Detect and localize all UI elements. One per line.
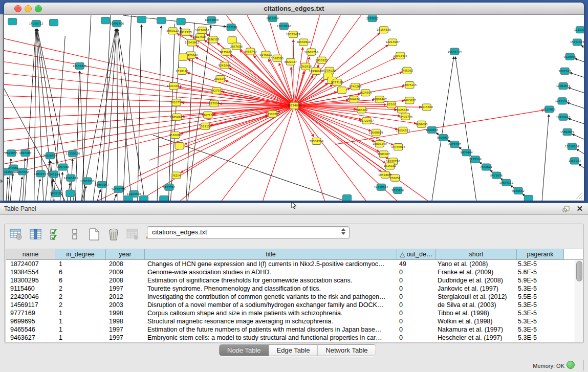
graph-edge[interactable] bbox=[568, 119, 584, 124]
graph-node[interactable] bbox=[177, 18, 185, 25]
graph-node[interactable] bbox=[137, 16, 146, 23]
column-header-year[interactable]: year bbox=[106, 249, 145, 259]
graph-node[interactable] bbox=[343, 194, 352, 201]
graph-edge[interactable] bbox=[37, 179, 40, 201]
graph-edge[interactable] bbox=[542, 115, 549, 201]
delete-button[interactable] bbox=[106, 227, 121, 242]
clear-selection-button[interactable] bbox=[67, 227, 82, 242]
import-table-button[interactable] bbox=[125, 227, 140, 242]
graph-edge-directed[interactable] bbox=[188, 59, 294, 106]
table-row[interactable]: 969969511998Structural magnetic resonanc… bbox=[6, 317, 575, 325]
graph-edge[interactable] bbox=[101, 15, 111, 201]
graph-edge[interactable] bbox=[568, 87, 584, 93]
graph-edge[interactable] bbox=[581, 46, 584, 48]
graph-edge[interactable] bbox=[576, 149, 584, 154]
graph-edge[interactable] bbox=[572, 134, 584, 139]
graph-node[interactable] bbox=[8, 18, 17, 25]
graph-node[interactable] bbox=[228, 37, 236, 43]
graph-node-label: 1167533 bbox=[569, 159, 581, 162]
graph-edge-directed[interactable] bbox=[263, 105, 294, 201]
show-columns-button[interactable] bbox=[28, 227, 43, 242]
graph-node[interactable] bbox=[175, 143, 184, 149]
graph-edge-directed[interactable] bbox=[4, 105, 294, 141]
graph-edge[interactable] bbox=[579, 164, 584, 168]
graph-node[interactable] bbox=[337, 87, 346, 94]
table-scrollbar[interactable] bbox=[575, 260, 583, 342]
graph-node[interactable] bbox=[157, 17, 166, 24]
column-header-in_degree[interactable]: in_degree bbox=[55, 249, 106, 259]
graph-edge[interactable] bbox=[157, 26, 161, 201]
column-header-short[interactable]: short bbox=[436, 249, 517, 259]
table-row[interactable]: 1938455462009Genome-wide association stu… bbox=[6, 268, 575, 276]
table-row[interactable]: 1872400712008Changes of HCN gene express… bbox=[6, 260, 575, 268]
panel-expander-icon[interactable] bbox=[1, 179, 3, 183]
new-document-button[interactable] bbox=[86, 227, 101, 242]
window-titlebar[interactable]: citations_edges.txt bbox=[4, 3, 584, 15]
table-settings-button[interactable] bbox=[9, 227, 24, 242]
graph-edge-directed[interactable] bbox=[4, 105, 294, 129]
table-row[interactable]: 2242004622012Investigating the contribut… bbox=[6, 293, 575, 301]
tab-network-table[interactable]: Network Table bbox=[317, 345, 375, 356]
graph-edge[interactable] bbox=[10, 173, 13, 201]
close-traffic-light[interactable] bbox=[14, 5, 21, 12]
table-row[interactable]: 977716911998Corpus callosum shape and si… bbox=[6, 309, 575, 317]
graph-edge[interactable] bbox=[6, 177, 8, 201]
minimize-traffic-light[interactable] bbox=[25, 5, 32, 12]
graph-edge[interactable] bbox=[117, 29, 118, 201]
column-header-name[interactable]: name bbox=[6, 249, 55, 259]
table-row[interactable]: 1830029562008Estimation of significance … bbox=[6, 276, 575, 285]
graph-edge[interactable] bbox=[570, 73, 584, 77]
table-row[interactable]: 946362711997Embryonic stem cells: a mode… bbox=[6, 334, 575, 342]
table-cell: 5.3E-5 bbox=[514, 309, 560, 317]
table-row[interactable]: 911546021997Tourette syndrome. Phenomeno… bbox=[6, 285, 575, 293]
table-row[interactable]: 1456911722003Disruption of a novel membe… bbox=[6, 301, 575, 309]
graph-node-label: 16154838 bbox=[377, 28, 391, 31]
graph-edge[interactable] bbox=[575, 58, 584, 62]
table-source-dropdown[interactable]: citations_edges.txt bbox=[147, 226, 350, 239]
graph-node[interactable] bbox=[160, 195, 168, 201]
graph-node-label: 10543862 bbox=[185, 41, 199, 44]
memory-status-led[interactable] bbox=[567, 361, 575, 369]
graph-node-label: 15751074 bbox=[570, 40, 584, 43]
graph-edge[interactable] bbox=[23, 158, 25, 201]
scrollbar-thumb[interactable] bbox=[576, 261, 582, 281]
window-resize-grip[interactable] bbox=[576, 192, 583, 200]
tab-edge-table[interactable]: Edge Table bbox=[269, 345, 318, 356]
trash-icon bbox=[107, 228, 120, 241]
graph-edge[interactable] bbox=[75, 71, 79, 201]
graph-edge-directed[interactable] bbox=[139, 105, 294, 201]
graph-edge[interactable] bbox=[567, 103, 584, 108]
graph-edge[interactable] bbox=[105, 29, 117, 201]
graph-edge[interactable] bbox=[19, 177, 22, 201]
column-header-title[interactable]: title bbox=[145, 249, 397, 259]
column-header-out_de[interactable]: △ out_de… bbox=[397, 249, 436, 259]
graph-node[interactable] bbox=[139, 195, 148, 201]
table-row[interactable]: 946554611997Estimation of the future num… bbox=[6, 325, 575, 334]
graph-node[interactable] bbox=[101, 17, 110, 24]
zoom-traffic-light[interactable] bbox=[35, 5, 42, 12]
graph-edge-directed[interactable] bbox=[149, 116, 268, 160]
graph-edge[interactable] bbox=[97, 189, 100, 201]
graph-edge-directed[interactable] bbox=[4, 84, 294, 105]
tab-node-table[interactable]: Node Table bbox=[220, 345, 269, 356]
graph-edge[interactable] bbox=[114, 194, 116, 201]
graph-node[interactable] bbox=[124, 195, 133, 201]
graph-node[interactable] bbox=[66, 190, 75, 196]
graph-edge[interactable] bbox=[186, 23, 194, 201]
column-header-pagerank[interactable]: pagerank bbox=[517, 249, 564, 259]
graph-edge-directed[interactable] bbox=[4, 105, 294, 107]
graph-edge-directed[interactable] bbox=[4, 105, 294, 152]
graph-edge[interactable] bbox=[82, 15, 91, 201]
graph-node-label: 10807467 bbox=[373, 98, 387, 101]
select-all-button[interactable] bbox=[48, 227, 62, 242]
close-panel-icon[interactable]: ✕ bbox=[576, 205, 583, 213]
graph-edge[interactable] bbox=[455, 57, 476, 201]
graph-node[interactable] bbox=[179, 54, 187, 60]
graph-node[interactable] bbox=[524, 195, 533, 201]
graph-node[interactable] bbox=[49, 19, 58, 26]
float-window-icon[interactable] bbox=[562, 206, 570, 212]
table-cell: Genome-wide association studies in ADHD. bbox=[143, 268, 395, 276]
network-canvas[interactable]: 1405571220891406160338097857224881305419… bbox=[4, 15, 584, 201]
graph-edge[interactable] bbox=[46, 161, 50, 201]
graph-node-label: 18724007 bbox=[287, 104, 301, 107]
